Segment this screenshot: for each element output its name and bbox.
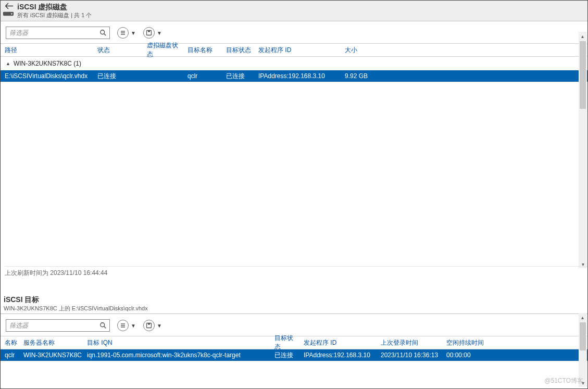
pane1-data-row[interactable]: E:\iSCSIVirtualDisks\qclr.vhdx 已连接 qclr … [1,70,587,82]
group-row[interactable]: ▲ WIN-3K2UKNS7K8C (1) [1,57,587,70]
pane2-subtitle: WIN-3K2UKNS7K8C 上的 E:\iSCSIVirtualDisks\… [4,305,584,312]
svg-line-10 [104,327,106,329]
col-initiator[interactable]: 发起程序 ID [301,336,378,349]
save-icon [143,320,155,331]
pane1-scrollbar[interactable]: ▴ ▾ [579,32,587,268]
chevron-down-icon: ▼ [157,30,162,36]
pane2-filter-input[interactable]: 筛选器 [6,319,110,332]
col-path[interactable]: 路径 [1,44,94,56]
pane2-data-row[interactable]: qclr WIN-3K2UKNS7K8C iqn.1991-05.com.mic… [1,349,587,361]
scroll-up-icon[interactable]: ▴ [579,313,586,321]
col-vdstatus[interactable]: 虚拟磁盘状态 [144,44,184,56]
col-last-login[interactable]: 上次登录时间 [378,336,443,349]
svg-point-9 [100,323,104,327]
chevron-down-icon: ▼ [157,323,162,329]
col-target-status[interactable]: 目标状态 [271,336,301,349]
pane1-header: iSCSI 虚拟磁盘 所有 iSCSI 虚拟磁盘 | 共 1 个 [1,1,587,21]
pane2-title: iSCSI 目标 [4,295,584,305]
scroll-up-icon[interactable]: ▴ [579,32,586,40]
svg-rect-15 [148,323,150,325]
watermark: @51CTO博客 [544,377,583,385]
col-iqn[interactable]: 目标 IQN [84,336,271,349]
chevron-down-icon: ▼ [131,323,136,329]
save-icon [143,27,155,39]
col-size[interactable]: 大小 [342,44,383,56]
pane2-save-button[interactable]: ▼ [143,320,162,331]
search-icon[interactable] [96,27,109,39]
expand-icon[interactable]: ▲ [6,61,10,66]
pane1-title: iSCSI 虚拟磁盘 [17,3,92,12]
col-server[interactable]: 服务器名称 [20,336,84,349]
back-nav-icon[interactable] [3,3,14,17]
col-target-status[interactable]: 目标状态 [223,44,255,56]
search-icon[interactable] [96,320,109,331]
col-target-name[interactable]: 目标名称 [184,44,223,56]
scroll-thumb[interactable] [580,41,586,109]
svg-point-2 [100,30,104,34]
svg-line-3 [104,34,106,36]
col-status[interactable]: 状态 [94,44,144,56]
list-icon [117,27,129,39]
pane1-save-button[interactable]: ▼ [143,27,162,39]
pane2-toolbar: 筛选器 ▼ ▼ [1,314,587,336]
pane1-filter-input[interactable]: 筛选器 [6,27,110,39]
pane1-list-options-button[interactable]: ▼ [117,27,136,39]
list-icon [117,320,129,331]
pane2-column-headers: 名称 服务器名称 目标 IQN 目标状态 发起程序 ID 上次登录时间 空闲持续… [1,336,587,349]
chevron-down-icon: ▼ [131,30,136,36]
scroll-thumb[interactable] [580,322,586,350]
group-label: WIN-3K2UKNS7K8C (1) [14,60,81,67]
pane1-column-headers: 路径 状态 虚拟磁盘状态 目标名称 目标状态 发起程序 ID 大小 [1,43,587,57]
pane2-header: iSCSI 目标 WIN-3K2UKNS7K8C 上的 E:\iSCSIVirt… [1,292,587,313]
svg-point-1 [11,13,12,15]
pane2-scrollbar[interactable]: ▴ ▾ [579,313,587,387]
pane2-list-options-button[interactable]: ▼ [117,320,136,331]
col-name[interactable]: 名称 [1,336,20,349]
pane1-status-line: 上次刷新时间为 2023/11/10 16:44:44 [5,266,587,279]
pane1-toolbar: 筛选器 ▼ ▼ [1,21,587,43]
pane1-subtitle: 所有 iSCSI 虚拟磁盘 | 共 1 个 [17,12,92,19]
col-initiator[interactable]: 发起程序 ID [255,44,342,56]
svg-rect-8 [148,31,150,32]
disk-icon [3,10,14,17]
col-idle[interactable]: 空闲持续时间 [443,336,495,349]
